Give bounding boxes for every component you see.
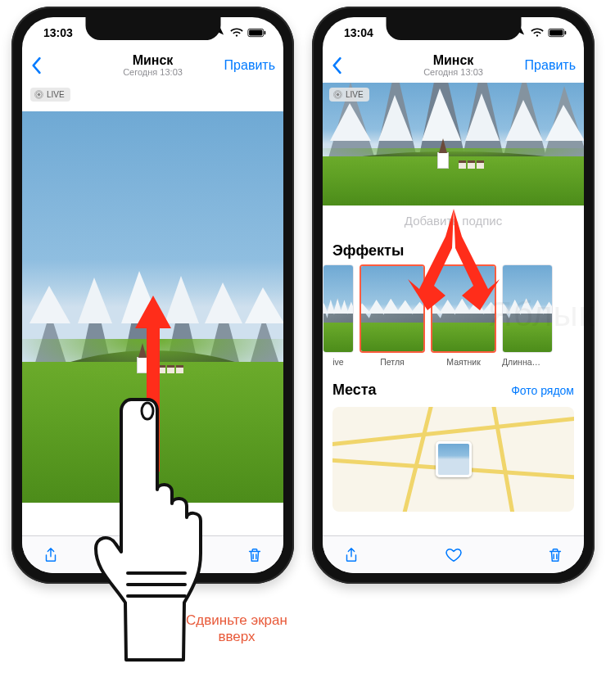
phone-right: 13:04 Минск Сегодня 13:03 Править <box>312 7 595 584</box>
trash-button[interactable] <box>241 541 269 569</box>
places-heading: Места <box>332 382 377 399</box>
toolbar <box>323 535 584 573</box>
effect-live[interactable]: ive <box>323 264 354 367</box>
status-time: 13:04 <box>344 26 373 39</box>
status-time: 13:03 <box>43 26 73 39</box>
battery-icon <box>548 28 568 38</box>
live-badge: LIVE <box>329 88 369 102</box>
map-photo-pin[interactable] <box>436 441 472 477</box>
share-icon <box>342 546 360 564</box>
phone-left: 13:03 Минск Сегодня 13:03 Править <box>11 7 294 584</box>
effect-label: Маятник <box>431 357 496 367</box>
trash-button[interactable] <box>541 541 569 569</box>
wifi-icon <box>531 28 544 38</box>
navbar: Минск Сегодня 13:03 Править <box>323 48 584 83</box>
chevron-left-icon <box>30 56 42 75</box>
svg-rect-9 <box>565 31 567 34</box>
places-map[interactable] <box>332 407 574 512</box>
status-tray <box>214 28 267 38</box>
svg-rect-2 <box>265 31 266 34</box>
live-badge: LIVE <box>30 88 70 102</box>
heart-icon <box>445 546 463 564</box>
navbar: Минск Сегодня 13:03 Править <box>22 48 283 83</box>
share-button[interactable] <box>337 541 365 569</box>
svg-point-3 <box>38 93 41 97</box>
edit-button[interactable]: Править <box>224 58 275 73</box>
favorite-button[interactable] <box>440 541 468 569</box>
places-header: Места Фото рядом <box>323 367 584 404</box>
wifi-icon <box>230 28 243 38</box>
status-tray <box>514 28 568 38</box>
effect-label: Длинная выде <box>502 357 543 367</box>
back-button[interactable] <box>30 56 60 75</box>
edit-button[interactable]: Править <box>525 58 576 73</box>
finger-gesture-icon <box>84 391 231 665</box>
battery-icon <box>247 28 267 38</box>
svg-rect-1 <box>249 30 262 36</box>
back-button[interactable] <box>331 56 360 75</box>
nearby-photos-link[interactable]: Фото рядом <box>511 384 574 397</box>
pointing-arrows-icon <box>388 204 519 322</box>
trash-icon <box>546 546 564 564</box>
svg-point-10 <box>337 93 340 97</box>
svg-rect-8 <box>549 30 563 36</box>
trash-icon <box>246 546 264 564</box>
live-badge-text: LIVE <box>346 90 364 99</box>
effect-label: Петля <box>360 357 425 367</box>
photo-detail-scroll[interactable]: LIVE Добавить подпис Эффекты ive Петля <box>323 83 584 535</box>
share-icon <box>42 546 60 564</box>
live-icon <box>333 90 342 99</box>
phone-notch <box>386 17 521 40</box>
photo-hero: LIVE <box>323 83 584 205</box>
live-icon <box>34 90 43 99</box>
live-badge-text: LIVE <box>47 90 65 99</box>
phone-notch <box>85 17 220 40</box>
chevron-left-icon <box>331 56 342 75</box>
share-button[interactable] <box>37 541 65 569</box>
effect-label: ive <box>323 357 354 367</box>
